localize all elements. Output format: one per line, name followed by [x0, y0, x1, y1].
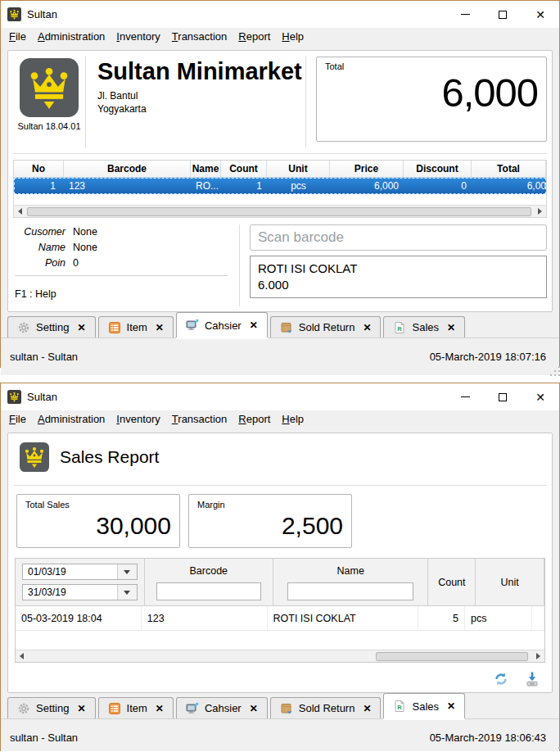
store-address-line2: Yogyakarta [97, 103, 305, 116]
scroll-right-icon [536, 653, 540, 659]
tab-label: Cahsier [205, 702, 242, 714]
tab-cahsier[interactable]: Cahsier ✕ [176, 697, 268, 718]
tab-close-icon[interactable]: ✕ [77, 703, 85, 714]
resize-grip[interactable] [554, 370, 556, 372]
sultan-logo-icon [20, 58, 79, 117]
menu-administration[interactable]: Administration [32, 411, 111, 427]
menu-inventory[interactable]: Inventory [111, 411, 166, 427]
tab-label: Sold Return [299, 321, 355, 333]
menu-help[interactable]: Help [276, 29, 309, 44]
sales-row[interactable]: 05-03-2019 18:04 123 ROTI ISI COKLAT 5 p… [16, 606, 544, 631]
margin-value: 2,500 [197, 512, 343, 540]
refresh-icon[interactable] [493, 671, 509, 687]
tab-label: Sales [412, 700, 439, 713]
cell-no: 1 [14, 180, 64, 192]
tab-close-icon[interactable]: ✕ [250, 319, 258, 331]
tab-item[interactable]: Item ✕ [98, 316, 174, 337]
scroll-left-button[interactable] [14, 206, 26, 217]
tab-close-icon[interactable]: ✕ [447, 700, 455, 712]
cashier-monitor-icon [186, 702, 199, 715]
cell-name: ROTI ISI COKLAT [268, 606, 419, 630]
minimize-button[interactable] [446, 383, 484, 410]
chevron-down-icon[interactable] [117, 585, 137, 600]
close-button[interactable]: ✕ [522, 1, 559, 28]
cell-barcode: 123 [142, 606, 268, 630]
scrollbar-thumb[interactable] [27, 207, 531, 216]
maximize-button[interactable] [484, 1, 522, 28]
tab-setting[interactable]: Setting ✕ [7, 697, 96, 718]
menu-file[interactable]: File [3, 411, 32, 427]
tab-label: Cahsier [205, 319, 242, 332]
tab-close-icon[interactable]: ✕ [156, 322, 164, 333]
menu-inventory[interactable]: Inventory [111, 29, 166, 44]
cell-discount: 0 [404, 180, 472, 192]
titlebar[interactable]: Sultan ✕ [1, 1, 559, 28]
maximize-button[interactable] [484, 383, 522, 410]
gear-icon [17, 702, 30, 715]
tab-cahsier[interactable]: Cahsier ✕ [176, 312, 268, 337]
col-barcode: Barcode [190, 565, 228, 577]
menu-help[interactable]: Help [276, 411, 309, 427]
tab-setting[interactable]: Setting ✕ [7, 316, 96, 337]
tab-close-icon[interactable]: ✕ [447, 322, 455, 333]
close-button[interactable]: ✕ [522, 383, 559, 410]
help-hint: F1 : Help [15, 288, 229, 300]
date-to-combobox[interactable]: 31/03/19 [22, 584, 138, 600]
col-barcode: Barcode [64, 161, 191, 177]
scan-barcode-input[interactable] [250, 224, 547, 251]
sold-return-box-icon [280, 321, 293, 334]
status-datetime: 05-March-2019 18:06:43 [430, 732, 546, 744]
minimize-icon [461, 14, 470, 15]
scroll-left-button[interactable] [16, 650, 28, 662]
customer-name-label: Name [15, 242, 65, 253]
minimize-button[interactable] [446, 1, 484, 28]
tab-label: Sold Return [299, 702, 355, 714]
svg-text:R: R [398, 324, 403, 332]
minimize-icon [461, 396, 470, 397]
menubar: File Administration Inventory Transactio… [1, 28, 559, 45]
tab-sold-return[interactable]: Sold Return ✕ [270, 316, 382, 337]
sales-report-panel: Sales Report Total Sales 30,000 Margin 2… [7, 433, 553, 693]
tab-label: Setting [36, 702, 69, 714]
export-download-icon[interactable] [524, 671, 540, 687]
col-count: Count [221, 161, 267, 177]
menu-report[interactable]: Report [233, 29, 276, 44]
chevron-down-icon[interactable] [117, 564, 137, 579]
item-list-icon [108, 321, 121, 334]
menu-file[interactable]: File [3, 29, 32, 44]
tab-close-icon[interactable]: ✕ [250, 703, 258, 714]
scroll-right-button[interactable] [532, 650, 544, 662]
menu-transaction[interactable]: Transaction [166, 411, 233, 427]
tab-close-icon[interactable]: ✕ [363, 703, 371, 714]
titlebar[interactable]: Sultan ✕ [1, 383, 559, 410]
tab-item[interactable]: Item ✕ [98, 697, 174, 718]
cart-row-selected[interactable]: 1 123 RO... 1 pcs 6,000 0 6,00 [14, 178, 546, 194]
date-from-combobox[interactable]: 01/03/19 [22, 564, 138, 580]
scroll-right-button[interactable] [534, 206, 546, 217]
menubar: File Administration Inventory Transactio… [1, 410, 559, 428]
item-display-price: 6.000 [258, 277, 539, 293]
scroll-left-icon [20, 653, 24, 659]
window-title: Sultan [27, 391, 57, 403]
total-sales-value: 30,000 [25, 512, 171, 540]
tab-sold-return[interactable]: Sold Return ✕ [270, 697, 382, 718]
menu-administration[interactable]: Administration [32, 29, 111, 44]
cell-clipped [532, 606, 544, 630]
sales-report-doc-icon: R [393, 700, 406, 713]
scrollbar-thumb[interactable] [376, 652, 528, 661]
tab-sales[interactable]: R Sales ✕ [383, 693, 465, 718]
tab-close-icon[interactable]: ✕ [156, 703, 164, 714]
horizontal-scrollbar[interactable] [16, 650, 544, 662]
horizontal-scrollbar[interactable] [14, 205, 546, 217]
total-value: 6,000 [325, 71, 538, 116]
tab-close-icon[interactable]: ✕ [77, 322, 85, 333]
menu-transaction[interactable]: Transaction [166, 29, 233, 44]
tab-close-icon[interactable]: ✕ [363, 322, 371, 333]
tab-sales[interactable]: R Sales ✕ [383, 316, 465, 337]
name-filter-input[interactable] [287, 582, 413, 600]
sales-table-filter-row: 01/03/19 31/03/19 Barcode Name [16, 559, 544, 606]
barcode-filter-input[interactable] [156, 582, 261, 600]
cell-price: 6,000 [330, 180, 404, 192]
scroll-right-icon [538, 208, 542, 215]
menu-report[interactable]: Report [233, 411, 276, 427]
